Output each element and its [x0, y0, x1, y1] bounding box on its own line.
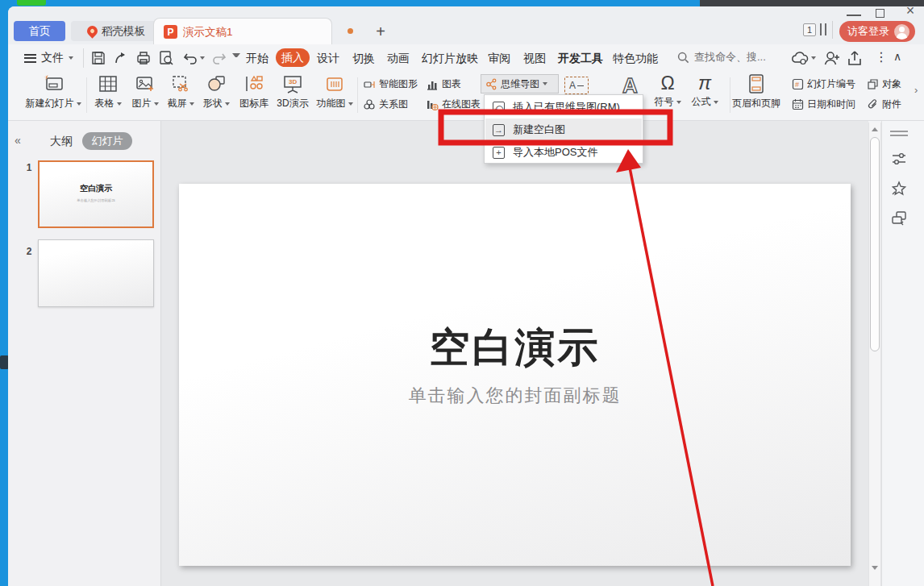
cloud-sync-icon[interactable] [790, 49, 808, 67]
undo-button[interactable] [182, 50, 198, 66]
attachment-button[interactable]: 附件 [867, 98, 901, 111]
toolbar-divider [83, 48, 84, 68]
new-tab-button[interactable]: + [371, 22, 390, 41]
wordart-button[interactable]: A [617, 74, 641, 97]
guest-login-button[interactable]: 访客登录 [839, 21, 915, 42]
object-label: 对象 [882, 77, 901, 91]
menu-item-insert-existing-mindmap[interactable]: ⤺ 插入已有思维导图(RM) [485, 96, 642, 118]
scroll-down-icon[interactable] [872, 566, 878, 570]
datetime-button[interactable]: 日期和时间 [792, 98, 855, 111]
screenshot-button[interactable]: 截屏 [164, 73, 198, 110]
caret-icon [154, 102, 159, 106]
object-button[interactable]: 对象 [867, 77, 901, 91]
header-footer-icon [747, 73, 766, 94]
menu-review[interactable]: 审阅 [488, 50, 510, 66]
attachment-icon [867, 98, 879, 110]
slide-number-button[interactable]: # 幻灯片编号 [792, 77, 855, 91]
menu-slideshow[interactable]: 幻灯片放映 [422, 50, 478, 66]
slide-canvas[interactable] [179, 184, 851, 566]
menu-features[interactable]: 特色功能 [613, 50, 658, 66]
picture-button[interactable]: 图片 [128, 73, 162, 110]
ribbon-expand-icon[interactable]: › [914, 84, 918, 96]
function-diagram-label: 功能图 [317, 97, 346, 110]
symbol-button[interactable]: Ω 符号 [653, 73, 682, 109]
switch-panes-icon[interactable] [889, 208, 909, 227]
wps-presentation-icon: P [164, 25, 177, 39]
menu-start[interactable]: 开始 [246, 50, 268, 66]
function-diagram-button[interactable]: 功能图 [316, 73, 353, 110]
smart-beautify-star-icon[interactable] [889, 179, 909, 198]
online-chart-label: 在线图表 [442, 98, 481, 111]
tab-outline[interactable]: 大纲 [50, 135, 73, 149]
ribbon-divider [357, 77, 358, 113]
menu-animation[interactable]: 动画 [387, 50, 410, 66]
panel-collapse-icon[interactable]: « [15, 134, 21, 147]
chart-label: 图表 [442, 77, 461, 91]
formula-button[interactable]: π 公式 [689, 73, 720, 109]
tab-slides-selected[interactable]: 幻灯片 [82, 132, 132, 150]
tab-list-icon[interactable] [820, 23, 826, 35]
menu-item-import-pos-file[interactable]: + 导入本地POS文件 [485, 141, 642, 164]
sidebar-drag-handle-icon[interactable] [890, 131, 908, 136]
close-button[interactable]: × [903, 6, 918, 17]
header-footer-button[interactable]: 页眉和页脚 [730, 73, 783, 110]
chart-button[interactable]: 图表 [426, 77, 461, 91]
menu-design[interactable]: 设计 [317, 50, 339, 66]
docer-flame-icon [85, 23, 99, 38]
table-button[interactable]: 表格 [91, 73, 125, 110]
document-count-badge[interactable]: 1 [803, 23, 816, 36]
minimize-button[interactable] [847, 10, 861, 16]
caret-icon [714, 101, 718, 104]
menu-item-new-blank-diagram[interactable]: → 新建空白图 [485, 118, 642, 141]
menu-view[interactable]: 视图 [523, 50, 546, 66]
new-slide-button[interactable]: 新建幻灯片 [23, 73, 84, 110]
caret-icon [543, 82, 547, 85]
export-icon[interactable] [113, 50, 129, 66]
3d-presentation-button[interactable]: 3D 3D演示 [275, 73, 310, 110]
online-chart-button[interactable]: 在线图表 [426, 98, 481, 111]
save-icon[interactable] [90, 50, 106, 66]
caret-icon [225, 102, 230, 106]
tab-docer-templates[interactable]: 稻壳模板 [71, 21, 161, 41]
menu-insert-selected[interactable]: 插入 [276, 48, 310, 67]
undo-dropdown-caret[interactable] [200, 56, 205, 60]
shapes-label: 形状 [203, 97, 223, 110]
import-pos-icon: + [493, 147, 505, 159]
tab-home[interactable]: 首页 [14, 21, 65, 41]
tab-document[interactable]: P 演示文稿1 [153, 18, 332, 45]
slide2-thumbnail[interactable] [38, 239, 154, 307]
cloud-caret-icon[interactable] [811, 56, 816, 60]
textbox-glyph: A [569, 80, 576, 91]
shapes-button[interactable]: 形状 [199, 73, 233, 110]
textbox-icon[interactable]: A [564, 77, 589, 94]
datetime-label: 日期和时间 [807, 98, 855, 111]
print-preview-icon[interactable] [158, 50, 174, 66]
more-options-icon[interactable]: ⋮ [875, 49, 888, 64]
picture-label: 图片 [132, 97, 152, 110]
maximize-button[interactable] [876, 9, 884, 18]
redo-button[interactable] [211, 50, 227, 66]
menu-devtools[interactable]: 开发工具 [558, 50, 603, 66]
3d-presentation-icon: 3D [281, 73, 305, 94]
slide-title[interactable]: 空白演示 [179, 321, 851, 375]
slide-subtitle[interactable]: 单击输入您的封面副标题 [179, 384, 851, 408]
file-menu-button[interactable]: 文件 [24, 49, 73, 67]
properties-sliders-icon[interactable] [889, 149, 909, 168]
scroll-up-icon[interactable] [872, 127, 878, 131]
icon-library-button[interactable]: 图标库 [236, 73, 272, 110]
collapse-ribbon-icon[interactable]: ∧ [893, 50, 901, 63]
slide-number-icon: # [792, 78, 804, 90]
share-icon[interactable] [845, 49, 863, 67]
smart-graphics-icon [363, 78, 376, 91]
smart-graphics-button[interactable]: 智能图形 [363, 77, 418, 91]
relation-diagram-button[interactable]: 关系图 [363, 98, 408, 111]
attachment-label: 附件 [882, 98, 901, 111]
mindmap-button[interactable]: 思维导图 [481, 74, 559, 94]
command-search[interactable]: 查找命令、搜... [677, 50, 766, 64]
menu-transition[interactable]: 切换 [352, 50, 375, 66]
add-user-icon[interactable] [822, 49, 840, 67]
scrollbar-thumb[interactable] [870, 137, 880, 351]
slide1-thumbnail[interactable]: 空白演示 单击输入您的封面副标题 [38, 160, 154, 228]
customize-toolbar-caret[interactable] [232, 53, 240, 61]
print-icon[interactable] [135, 50, 152, 66]
